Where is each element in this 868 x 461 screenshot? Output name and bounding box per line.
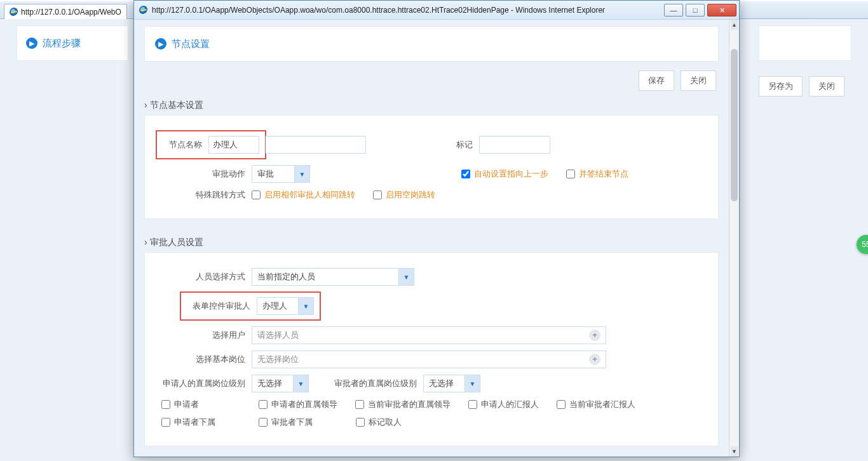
dialog-window: http://127.0.0.1/OAapp/WebObjects/OAapp.… — [133, 0, 740, 457]
chk-applicant[interactable]: 申请者 — [161, 399, 199, 410]
bg-left-header: ▶ 流程步骤 — [17, 25, 128, 61]
chevron-down-icon[interactable]: ▼ — [293, 375, 308, 392]
action-combo[interactable]: 审批 ▼ — [252, 165, 310, 183]
minimize-button[interactable]: — — [664, 4, 683, 17]
bg-right-bar: 另存为 关闭 — [759, 25, 851, 97]
scroll-thumb[interactable] — [731, 49, 738, 201]
node-name-input[interactable] — [208, 136, 259, 154]
approver-level-label: 审批者的直属岗位级别 — [309, 378, 423, 389]
chk-vacant-jump[interactable]: 启用空岗跳转 — [373, 189, 435, 201]
chk-same-approver-jump[interactable]: 启用相邻审批人相同跳转 — [252, 189, 355, 201]
chk-applicant-reporter[interactable]: 申请人的汇报人 — [468, 399, 539, 410]
select-mode-label: 人员选择方式 — [156, 271, 252, 283]
chk-mark-pick[interactable]: 标记取人 — [356, 417, 402, 428]
approver-checks-row1: 申请者 申请者的直属领导 当前审批者的直属领导 申请人的汇报人 当前审批者汇报人 — [156, 399, 707, 410]
panel-node-basic: 节点名称 标记 审批动作 审批 ▼ 自动 — [144, 115, 719, 219]
form-ctrl-label: 表单控件审批人 — [187, 300, 257, 312]
chk-applicant-sub[interactable]: 申请者下属 — [161, 417, 215, 428]
node-name-label: 节点名称 — [163, 139, 208, 150]
chk-end-node-box[interactable] — [566, 170, 575, 178]
maximize-button[interactable]: □ — [686, 4, 705, 17]
chk-auto-prev-box[interactable] — [461, 170, 470, 178]
action-label: 审批动作 — [156, 168, 252, 180]
close-dialog-button[interactable]: 关闭 — [681, 70, 716, 91]
ie-icon — [139, 6, 148, 15]
select-user-text: 请选择人员 — [257, 330, 299, 341]
panel-approver: 人员选择方式 当前指定的人员 ▼ 表单控件审批人 办理人 ▼ — [144, 252, 719, 446]
plus-icon[interactable]: + — [589, 330, 600, 341]
bg-close-page-button[interactable]: 关闭 — [809, 76, 844, 97]
chk-approver-sub[interactable]: 审批者下属 — [259, 417, 313, 428]
mark-input[interactable] — [479, 136, 550, 154]
form-ctrl-combo[interactable]: 办理人 ▼ — [257, 297, 314, 315]
node-header-text: 节点设置 — [172, 38, 210, 50]
select-mode-text: 当前指定的人员 — [252, 269, 398, 285]
chk-same-approver-jump-box[interactable] — [252, 190, 261, 199]
chk-applicant-leader[interactable]: 申请者的直属领导 — [259, 399, 337, 410]
chk-current-approver-leader[interactable]: 当前审批者的直属领导 — [355, 399, 451, 410]
approver-level-text: 无选择 — [424, 375, 465, 392]
form-ctrl-text: 办理人 — [257, 298, 298, 314]
vertical-scrollbar[interactable]: ▲ ▼ — [729, 20, 739, 457]
chevron-down-icon[interactable]: ▼ — [465, 375, 480, 392]
select-post-label: 选择基本岗位 — [156, 354, 252, 365]
chevron-down-icon[interactable]: ▼ — [294, 166, 309, 182]
select-user-label: 选择用户 — [156, 330, 252, 341]
select-post-text: 无选择岗位 — [257, 354, 299, 365]
ie-icon — [10, 8, 18, 17]
dialog-titlebar[interactable]: http://127.0.0.1/OAapp/WebObjects/OAapp.… — [134, 1, 739, 20]
apply-level-label: 申请人的直属岗位级别 — [156, 378, 252, 389]
select-post-picker[interactable]: 无选择岗位 + — [252, 351, 606, 368]
toolbar: 保存 关闭 — [134, 68, 729, 93]
chk-end-node[interactable]: 并签结束节点 — [566, 168, 628, 180]
select-user-picker[interactable]: 请选择人员 + — [252, 326, 606, 344]
node-header: ▶ 节点设置 — [144, 26, 719, 62]
bg-tab-text: http://127.0.0.1/OAapp/WebO — [21, 8, 121, 17]
save-button[interactable]: 保存 — [639, 70, 674, 91]
bg-right-header — [759, 25, 851, 61]
mark-label: 标记 — [366, 139, 479, 150]
section-node-basic-title: 节点基本设置 — [134, 93, 729, 115]
dialog-title: http://127.0.0.1/OAapp/WebObjects/OAapp.… — [152, 6, 664, 15]
chk-auto-prev[interactable]: 自动设置指向上一步 — [461, 168, 548, 180]
jump-label: 特殊跳转方式 — [156, 189, 252, 201]
chk-current-approver-reporter[interactable]: 当前审批者汇报人 — [557, 399, 635, 410]
section-approver-title: 审批人员设置 — [134, 230, 729, 252]
plus-icon[interactable]: + — [589, 354, 600, 365]
highlight-node-name: 节点名称 — [156, 131, 266, 159]
apply-level-combo[interactable]: 无选择 ▼ — [252, 375, 309, 392]
approver-level-combo[interactable]: 无选择 ▼ — [423, 375, 480, 392]
action-combo-text: 审批 — [252, 166, 294, 182]
apply-level-text: 无选择 — [252, 375, 293, 392]
bg-left-header-text: 流程步骤 — [43, 37, 81, 50]
close-button[interactable]: ✕ — [707, 4, 736, 17]
scroll-down-icon[interactable]: ▼ — [731, 446, 738, 457]
node-name-input-ext[interactable] — [266, 136, 366, 154]
chk-vacant-jump-box[interactable] — [373, 190, 382, 199]
bg-tab[interactable]: http://127.0.0.1/OAapp/WebO — [4, 4, 127, 19]
chevron-down-icon[interactable]: ▼ — [298, 298, 313, 314]
highlight-form-ctrl: 表单控件审批人 办理人 ▼ — [180, 292, 320, 320]
scroll-up-icon[interactable]: ▲ — [731, 20, 738, 30]
approver-checks-row2: 申请者下属 审批者下属 标记取人 — [156, 417, 707, 428]
arrow-right-icon: ▶ — [26, 37, 37, 49]
saveas-button[interactable]: 另存为 — [759, 76, 803, 97]
chevron-down-icon[interactable]: ▼ — [398, 269, 414, 285]
dialog-body: ▲ ▼ ▶ 节点设置 保存 关闭 节点基本设置 节点名称 — [134, 20, 739, 457]
arrow-right-icon: ▶ — [155, 38, 166, 50]
select-mode-combo[interactable]: 当前指定的人员 ▼ — [252, 268, 414, 286]
